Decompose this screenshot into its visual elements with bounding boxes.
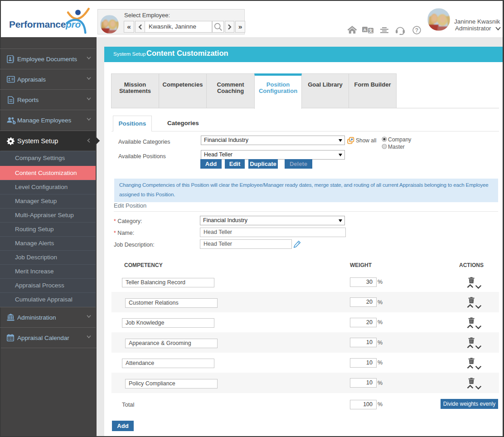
- svg-text:文: 文: [368, 29, 373, 33]
- svg-text:A: A: [363, 28, 367, 32]
- svg-text:?: ?: [415, 27, 418, 34]
